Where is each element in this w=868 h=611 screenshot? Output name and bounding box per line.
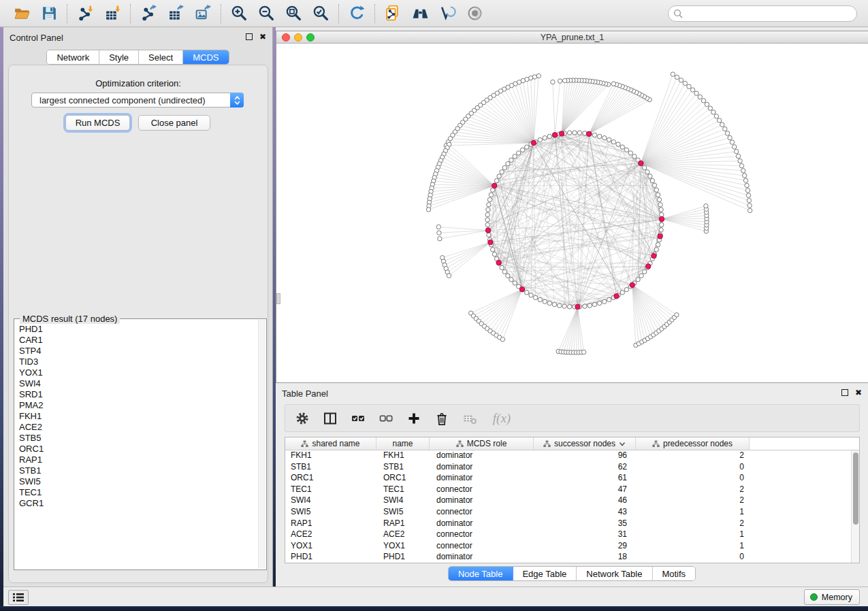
tab-mcds[interactable]: MCDS [183, 50, 228, 64]
mcds-result-item[interactable]: SWI5 [19, 476, 257, 487]
column-header-MCDS-role[interactable]: MCDS role [430, 437, 534, 450]
close-table-panel-icon[interactable]: ✖ [854, 389, 863, 397]
import-table-icon [103, 4, 122, 22]
refresh-view-button[interactable] [346, 3, 368, 24]
main-toolbar [0, 0, 868, 27]
search-input[interactable] [683, 9, 856, 19]
network-canvas[interactable] [276, 44, 867, 382]
mcds-result-item[interactable]: STP4 [19, 346, 257, 357]
table-cell: 62 [534, 462, 636, 474]
export-table-button[interactable] [165, 3, 187, 24]
table-cell: connector [430, 541, 534, 552]
table-row[interactable]: ACE2ACE2connector311 [285, 529, 859, 541]
run-mcds-button[interactable]: Run MCDS [65, 115, 130, 131]
table-cell: 2 [636, 495, 750, 507]
table-settings-gear-button[interactable] [294, 410, 310, 427]
mcds-result-item[interactable]: ACE2 [19, 422, 257, 433]
sort-desc-icon [619, 442, 626, 446]
table-row[interactable]: STB1STB1dominator620 [285, 462, 859, 474]
delete-column-icon [434, 411, 449, 426]
import-table-button[interactable] [101, 3, 123, 24]
network-window-titlebar[interactable]: YPA_prune.txt_1 [276, 31, 868, 44]
export-network-button[interactable] [138, 3, 159, 24]
table-row[interactable]: PHD1PHD1dominator180 [285, 552, 859, 563]
network-from-selection-icon [384, 4, 402, 22]
mcds-result-item[interactable]: SRD1 [19, 389, 257, 400]
unselect-all-button[interactable] [378, 410, 394, 427]
tab-motifs[interactable]: Motifs [652, 567, 695, 580]
table-cell: STB1 [376, 462, 430, 474]
open-file-button[interactable] [11, 3, 33, 24]
tab-network-table[interactable]: Network Table [577, 567, 652, 580]
search-box[interactable] [668, 5, 857, 22]
mcds-result-item[interactable]: PMA2 [19, 400, 257, 411]
table-cell: dominator [430, 518, 534, 530]
criterion-select[interactable]: largest connected component (undirected) [31, 93, 244, 108]
show-column-panel-button[interactable] [322, 410, 338, 427]
network-from-selection-button[interactable] [382, 3, 404, 24]
select-all-button[interactable] [350, 410, 366, 427]
table-cell: ORC1 [285, 473, 376, 484]
tab-select[interactable]: Select [139, 50, 183, 64]
tab-edge-table[interactable]: Edge Table [513, 567, 577, 580]
import-network-button[interactable] [74, 3, 96, 24]
column-header-filler [750, 437, 859, 450]
panel-list-button[interactable] [8, 590, 29, 605]
table-scrollbar-thumb[interactable] [853, 452, 858, 525]
mcds-result-item[interactable]: SWI4 [19, 378, 257, 389]
mcds-result-item[interactable]: STB1 [19, 465, 257, 476]
save-session-button[interactable] [38, 3, 60, 24]
export-image-button[interactable] [192, 3, 214, 24]
export-table-icon [167, 4, 185, 22]
mcds-result-item[interactable]: STB5 [19, 433, 257, 444]
memory-button[interactable]: Memory [804, 589, 860, 605]
mcds-result-item[interactable]: PHD1 [19, 324, 257, 335]
table-row[interactable]: ORC1ORC1dominator610 [285, 473, 859, 484]
table-row[interactable]: SWI5SWI5connector431 [285, 507, 859, 518]
result-scrollbar[interactable] [258, 320, 266, 569]
table-cell: STB1 [285, 462, 376, 474]
zoom-out-icon [257, 4, 276, 22]
zoom-out-button[interactable] [255, 3, 277, 24]
tab-node-table[interactable]: Node Table [449, 567, 513, 580]
tab-style[interactable]: Style [99, 50, 139, 64]
find-binoculars-button[interactable] [409, 3, 431, 24]
node-table: shared namenameMCDS rolesuccessor nodesp… [285, 437, 860, 563]
graphics-details-toggle-button[interactable] [464, 3, 485, 24]
column-header-name[interactable]: name [376, 437, 430, 450]
zoom-selected-button[interactable] [310, 3, 332, 24]
mcds-result-item[interactable]: FKH1 [19, 411, 257, 422]
close-panel-icon[interactable]: ✖ [259, 33, 267, 41]
mcds-result-item[interactable]: YOX1 [19, 367, 257, 378]
column-header-predecessor-nodes[interactable]: predecessor nodes [636, 437, 750, 450]
mcds-result-item[interactable]: RAP1 [19, 455, 257, 465]
table-scrollbar[interactable] [851, 450, 859, 563]
close-panel-button[interactable]: Close panel [138, 115, 210, 131]
export-network-icon [140, 4, 158, 22]
import-network-icon [76, 4, 95, 22]
mcds-result-item[interactable]: TEC1 [19, 487, 257, 498]
splitter-handle[interactable] [276, 293, 280, 304]
float-panel-icon[interactable] [246, 33, 253, 40]
tab-network[interactable]: Network [47, 50, 99, 64]
table-row[interactable]: SWI4SWI4dominator462 [285, 495, 859, 507]
column-header-shared-name[interactable]: shared name [285, 437, 376, 450]
memory-label: Memory [822, 593, 852, 602]
float-table-panel-icon[interactable] [841, 389, 848, 396]
table-row[interactable]: RAP1RAP1dominator352 [285, 518, 859, 530]
delete-column-button[interactable] [434, 410, 450, 427]
mcds-result-item[interactable]: GCR1 [19, 498, 257, 509]
table-row[interactable]: TEC1TEC1connector472 [285, 484, 859, 496]
mcds-result-item[interactable]: TID3 [19, 357, 257, 367]
control-panel-title: Control Panel [10, 33, 63, 43]
mcds-result-item[interactable]: ORC1 [19, 444, 257, 455]
column-header-successor-nodes[interactable]: successor nodes [534, 437, 636, 450]
zoom-fit-button[interactable] [283, 3, 304, 24]
table-row[interactable]: YOX1YOX1connector291 [285, 541, 859, 552]
mcds-result-item[interactable]: CAR1 [19, 335, 257, 346]
zoom-in-button[interactable] [228, 3, 250, 24]
add-column-button[interactable] [406, 410, 422, 427]
table-row[interactable]: FKH1FKH1dominator962 [285, 450, 859, 462]
mcds-panel: Optimization criterion: largest connecte… [8, 65, 268, 583]
vizmapper-toggle-button[interactable] [436, 3, 458, 24]
